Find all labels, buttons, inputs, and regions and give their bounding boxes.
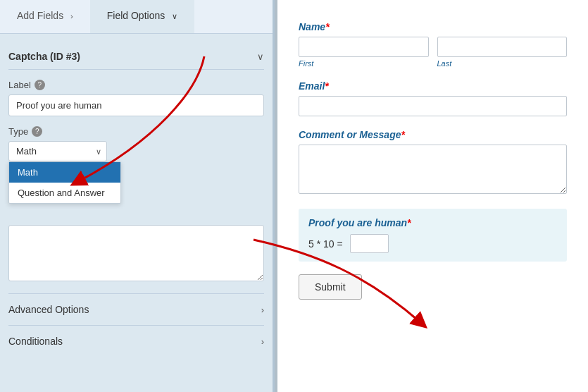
email-input[interactable] (299, 96, 567, 116)
advanced-options-label: Advanced Options (8, 304, 89, 315)
conditionals-label: Conditionals (8, 336, 63, 347)
submit-button[interactable]: Submit (299, 274, 362, 300)
type-help-icon[interactable]: ? (32, 126, 42, 137)
tab-field-options[interactable]: Field Options ∨ (90, 0, 194, 33)
type-select[interactable]: Math (8, 141, 107, 161)
first-name-sublabel: First (299, 59, 429, 68)
captcha-right-label: Proof you are human (308, 217, 407, 228)
tab-add-fields[interactable]: Add Fields › (0, 0, 90, 33)
name-required: * (325, 21, 329, 32)
comment-required: * (401, 129, 404, 140)
last-name-sublabel: Last (437, 59, 568, 68)
email-label: Email (299, 80, 325, 92)
first-name-input[interactable] (299, 37, 429, 57)
comment-field-group: Comment or Message* (299, 129, 567, 196)
type-dropdown: Math Question and Answer (8, 161, 121, 204)
label-help-icon[interactable]: ? (35, 80, 45, 90)
captcha-collapse-icon[interactable]: ∨ (257, 51, 264, 62)
type-field-label: Type (8, 126, 28, 137)
label-input[interactable] (8, 94, 264, 116)
name-field-group: Name* First Last (299, 21, 567, 68)
add-fields-chevron-icon: › (70, 12, 73, 20)
field-options-chevron-icon: ∨ (172, 12, 177, 20)
dropdown-item-qa[interactable]: Question and Answer (9, 183, 120, 203)
label-field-label: Label (8, 80, 31, 90)
comment-label: Comment or Message (299, 129, 401, 140)
last-name-input[interactable] (437, 37, 568, 57)
captcha-field-group: Proof you are human* 5 * 10 = (299, 209, 567, 262)
conditionals-section[interactable]: Conditionals › (8, 325, 264, 357)
name-label: Name (299, 21, 325, 32)
email-required: * (325, 80, 328, 92)
comment-textarea[interactable] (299, 145, 567, 194)
conditionals-chevron-icon: › (261, 336, 264, 347)
captcha-required: * (407, 217, 411, 228)
dropdown-item-math[interactable]: Math (9, 162, 120, 183)
captcha-section-title: Captcha (ID #3) (8, 51, 80, 62)
advanced-options-chevron-icon: › (261, 305, 264, 315)
captcha-answer-input[interactable] (350, 234, 389, 253)
email-field-group: Email* (299, 80, 567, 116)
captcha-equation: 5 * 10 = (308, 238, 343, 250)
description-textarea[interactable] (8, 225, 264, 281)
advanced-options-section[interactable]: Advanced Options › (8, 293, 264, 325)
